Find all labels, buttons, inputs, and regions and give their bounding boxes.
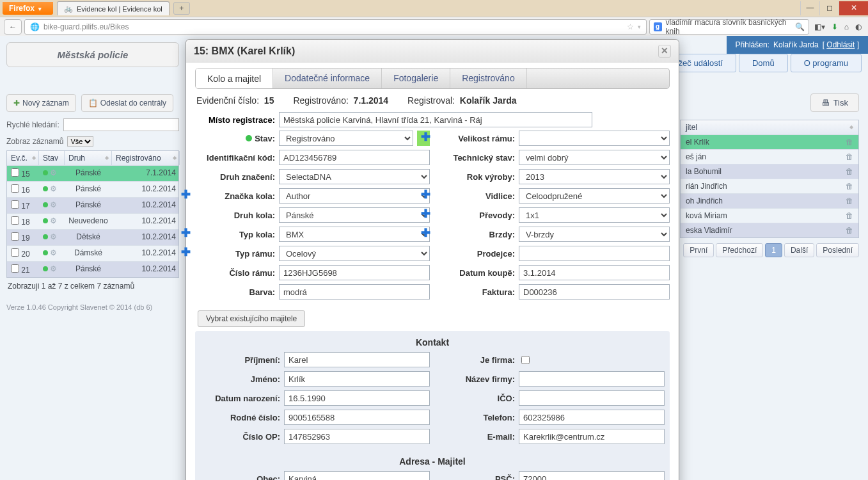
input-psc[interactable] bbox=[519, 471, 665, 480]
input-prijmeni[interactable] bbox=[284, 352, 430, 367]
add-prevody-icon[interactable]: ✚ bbox=[420, 209, 431, 221]
trash-icon[interactable]: 🗑 bbox=[846, 196, 853, 205]
owner-row[interactable]: la Bohumil🗑 bbox=[681, 164, 858, 179]
row-checkbox[interactable] bbox=[11, 232, 19, 241]
input-narozeni[interactable] bbox=[284, 390, 430, 406]
select-vidlice[interactable]: Celoodpružené bbox=[519, 188, 670, 204]
select-brzdy[interactable]: V-brzdy bbox=[519, 227, 670, 242]
checkbox-firma[interactable] bbox=[521, 356, 530, 364]
select-rokvyroby[interactable]: 2013 bbox=[519, 169, 670, 184]
input-cisloramu[interactable] bbox=[279, 265, 430, 280]
input-datumkoupe[interactable] bbox=[519, 265, 670, 280]
row-checkbox[interactable] bbox=[11, 216, 19, 225]
owner-row[interactable]: eš ján🗑 bbox=[681, 149, 858, 164]
owner-row[interactable]: rián Jindřich🗑 bbox=[681, 179, 858, 193]
input-jmeno[interactable] bbox=[284, 371, 430, 387]
trash-icon[interactable]: 🗑 bbox=[846, 211, 853, 220]
input-nazev[interactable] bbox=[519, 371, 665, 387]
new-tab-button[interactable]: + bbox=[173, 2, 190, 15]
select-stav[interactable]: Registrováno bbox=[279, 131, 413, 146]
add-typkola-icon[interactable]: ✚ bbox=[180, 228, 191, 240]
input-faktura[interactable] bbox=[519, 284, 670, 300]
table-row[interactable]: 17 ⚙ Pánské 10.2.2014 bbox=[7, 197, 178, 213]
logout-link[interactable]: Odhlásit bbox=[826, 40, 855, 49]
back-button[interactable]: ← bbox=[4, 19, 22, 35]
select-velikost[interactable] bbox=[519, 131, 670, 146]
select-owner-button[interactable]: Vybrat existujícího majitele bbox=[198, 310, 305, 327]
downloads-icon[interactable]: ⬇ bbox=[832, 22, 838, 31]
table-row[interactable]: 21 ⚙ Pánské 10.2.2014 bbox=[7, 261, 178, 277]
bookmark-icon[interactable]: ☆ bbox=[627, 22, 634, 31]
owner-row[interactable]: eska Vladimír🗑 bbox=[681, 223, 858, 237]
table-row[interactable]: 15 ⚙ Pánské 7.1.2014 bbox=[7, 165, 178, 181]
trash-icon[interactable]: 🗑 bbox=[846, 182, 853, 191]
input-barva[interactable] bbox=[279, 284, 430, 300]
home-icon[interactable]: ⌂ bbox=[844, 22, 849, 31]
col-reg[interactable]: Registrováno bbox=[112, 151, 180, 165]
tab-dodatecne[interactable]: Dodatečné informace bbox=[273, 68, 382, 88]
row-checkbox[interactable] bbox=[11, 200, 19, 209]
add-typramu-icon[interactable]: ✚ bbox=[180, 248, 191, 259]
dropdown-icon[interactable]: ▾ bbox=[638, 24, 641, 30]
select-typramu[interactable]: Ocelový bbox=[279, 246, 430, 261]
row-checkbox[interactable] bbox=[11, 248, 19, 257]
trash-icon[interactable]: 🗑 bbox=[846, 167, 853, 176]
maximize-button[interactable]: ◻ bbox=[819, 1, 839, 15]
input-email[interactable] bbox=[519, 429, 665, 444]
nav-about[interactable]: O programu bbox=[791, 54, 862, 72]
row-checkbox[interactable] bbox=[11, 168, 19, 177]
new-record-button[interactable]: ✚Nový záznam bbox=[6, 94, 76, 112]
col-evc[interactable]: Ev.č. bbox=[7, 151, 39, 165]
print-button[interactable]: 🖶Tisk bbox=[810, 93, 859, 112]
page-next[interactable]: Další bbox=[784, 243, 814, 257]
select-typkola[interactable]: BMX bbox=[279, 227, 430, 242]
input-op[interactable] bbox=[284, 429, 430, 444]
input-obec[interactable] bbox=[284, 471, 430, 480]
add-brzdy-icon[interactable]: ✚ bbox=[420, 228, 431, 240]
owner-row[interactable]: ková Miriam🗑 bbox=[681, 208, 858, 223]
select-znaceni[interactable]: SelectaDNA bbox=[279, 169, 430, 184]
input-telefon[interactable] bbox=[519, 410, 665, 425]
minimize-button[interactable]: — bbox=[800, 1, 819, 15]
row-checkbox[interactable] bbox=[11, 184, 19, 193]
input-idkod[interactable] bbox=[279, 150, 430, 165]
quick-search-input[interactable] bbox=[63, 118, 179, 131]
col-owner[interactable]: jitel bbox=[681, 120, 858, 134]
add-velikost-icon[interactable]: ✚ bbox=[420, 132, 431, 144]
tab-fotogalerie[interactable]: Fotogalerie bbox=[382, 68, 450, 88]
pocket-icon[interactable]: ◐ bbox=[855, 22, 862, 31]
modal-close-button[interactable]: ✕ bbox=[658, 45, 671, 58]
input-misto[interactable] bbox=[279, 112, 592, 127]
page-1[interactable]: 1 bbox=[765, 243, 782, 257]
send-central-button[interactable]: 📋Odeslat do centrály bbox=[81, 94, 173, 112]
col-druh[interactable]: Druh bbox=[65, 151, 112, 165]
add-vidlice-icon[interactable]: ✚ bbox=[420, 190, 431, 202]
trash-icon[interactable]: 🗑 bbox=[846, 152, 853, 161]
table-row[interactable]: 16 ⚙ Pánské 10.2.2014 bbox=[7, 181, 178, 197]
url-bar[interactable]: 🌐 bike-guard.pilifs.eu/Bikes ☆▾ bbox=[24, 19, 647, 35]
select-druhkola[interactable]: Pánské bbox=[279, 207, 430, 223]
trash-icon[interactable]: 🗑 bbox=[846, 226, 853, 235]
bookmarks-dropdown-icon[interactable]: ◧▾ bbox=[814, 22, 825, 31]
records-filter-select[interactable]: Vše bbox=[67, 136, 93, 147]
input-prodejce[interactable] bbox=[519, 246, 670, 261]
close-button[interactable]: ✕ bbox=[839, 1, 868, 15]
input-ico[interactable] bbox=[519, 390, 665, 406]
owner-row[interactable]: oh Jindřich🗑 bbox=[681, 193, 858, 208]
search-icon[interactable]: 🔍 bbox=[795, 22, 805, 31]
search-bar[interactable]: g vladimír macura slovník basnických kni… bbox=[649, 19, 809, 35]
table-row[interactable]: 20 ⚙ Dámské 10.2.2014 bbox=[7, 245, 178, 261]
add-znacka-icon[interactable]: ✚ bbox=[180, 190, 191, 202]
browser-tab[interactable]: 🚲 Evidence kol | Evidence kol bbox=[57, 1, 170, 15]
select-prevody[interactable]: 1x1 bbox=[519, 207, 670, 223]
page-prev[interactable]: Předchozí bbox=[716, 243, 763, 257]
trash-icon[interactable]: 🗑 bbox=[846, 138, 853, 147]
row-checkbox[interactable] bbox=[11, 264, 19, 273]
tab-registrovano[interactable]: Registrováno bbox=[450, 68, 527, 88]
tab-kolo-majitel[interactable]: Kolo a majitel bbox=[196, 68, 273, 88]
input-rodne[interactable] bbox=[284, 410, 430, 425]
nav-home[interactable]: Domů bbox=[739, 54, 788, 72]
select-znacka[interactable]: Author bbox=[279, 188, 430, 204]
select-techstav[interactable]: velmi dobrý bbox=[519, 150, 670, 165]
table-row[interactable]: 19 ⚙ Dětské 10.2.2014 bbox=[7, 229, 178, 245]
